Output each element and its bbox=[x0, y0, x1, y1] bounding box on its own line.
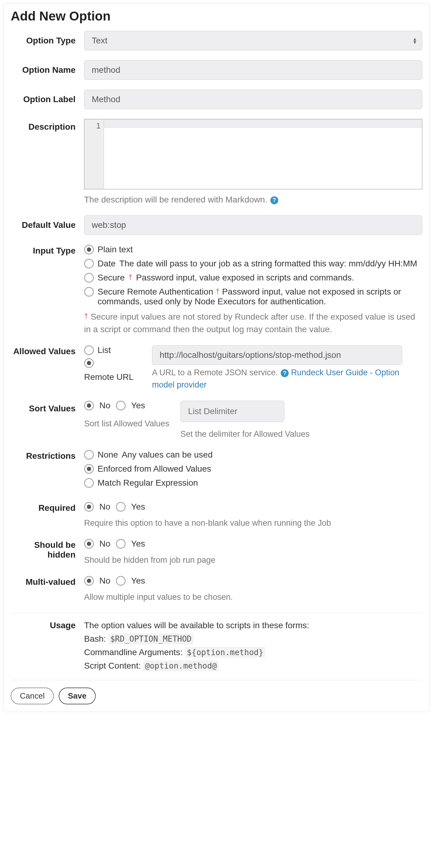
usage-script: Script Content: @option.method@ bbox=[84, 661, 422, 671]
label-hidden: Should be hidden bbox=[11, 539, 84, 560]
radio-plain-text[interactable] bbox=[84, 245, 94, 254]
label-usage: Usage bbox=[11, 621, 84, 630]
radio-sort-no[interactable] bbox=[84, 401, 94, 410]
radio-multi-no[interactable] bbox=[84, 576, 94, 586]
radio-label-secure-remote: Secure Remote Authentication bbox=[97, 287, 213, 297]
radio-remote-url[interactable] bbox=[84, 358, 94, 368]
radio-label-multi-no: No bbox=[99, 576, 111, 586]
sort-help: Sort list Allowed Values bbox=[84, 418, 169, 430]
multi-help: Allow multiple input values to be chosen… bbox=[84, 591, 422, 603]
radio-label-none: None bbox=[97, 450, 118, 460]
radio-label-remote: Remote URL bbox=[84, 372, 134, 383]
radio-secure-remote[interactable] bbox=[84, 287, 94, 297]
radio-desc-date: The date will pass to your job as a stri… bbox=[119, 259, 417, 269]
label-option-type: Option Type bbox=[11, 31, 84, 45]
question-icon[interactable]: ? bbox=[281, 369, 289, 377]
usage-bash: Bash: $RD_OPTION_METHOD bbox=[84, 634, 422, 644]
dagger-icon: † bbox=[216, 287, 220, 295]
hidden-help: Should be hidden from job run page bbox=[84, 554, 422, 566]
remote-url-input[interactable] bbox=[152, 345, 402, 365]
description-editor[interactable]: 1 bbox=[84, 119, 422, 189]
radio-hidden-no[interactable] bbox=[84, 539, 94, 549]
add-option-panel: Add New Option Option Type ▴▾ Option Nam… bbox=[3, 3, 430, 712]
radio-label-list: List bbox=[97, 345, 111, 355]
radio-restriction-enforced[interactable] bbox=[84, 464, 94, 474]
dagger-icon: † bbox=[128, 273, 132, 281]
radio-label-sort-no: No bbox=[99, 401, 111, 410]
radio-restriction-none[interactable] bbox=[84, 450, 94, 460]
default-value-input[interactable] bbox=[84, 215, 422, 235]
usage-bash-code: $RD_OPTION_METHOD bbox=[108, 633, 193, 644]
radio-restriction-regex[interactable] bbox=[84, 478, 94, 488]
save-button[interactable]: Save bbox=[59, 687, 96, 704]
radio-label-enforced: Enforced from Allowed Values bbox=[97, 464, 211, 474]
option-label-input[interactable] bbox=[84, 90, 422, 109]
label-input-type: Input Type bbox=[11, 245, 84, 256]
label-allowed-values: Allowed Values bbox=[11, 345, 84, 356]
input-type-note: † Secure input values are not stored by … bbox=[84, 311, 422, 336]
page-title: Add New Option bbox=[11, 9, 422, 24]
radio-required-yes[interactable] bbox=[116, 502, 126, 512]
radio-desc-secure: Password input, value exposed in scripts… bbox=[136, 273, 354, 283]
radio-label-plain: Plain text bbox=[97, 245, 133, 254]
radio-label-sort-yes: Yes bbox=[131, 401, 145, 410]
radio-required-no[interactable] bbox=[84, 502, 94, 512]
radio-label-regex: Match Regular Expression bbox=[97, 478, 198, 488]
usage-intro: The option values will be available to s… bbox=[84, 621, 422, 630]
usage-cmd-code: ${option.method} bbox=[185, 647, 265, 658]
radio-label-date: Date bbox=[97, 259, 116, 269]
radio-label-required-no: No bbox=[99, 502, 111, 512]
question-icon[interactable]: ? bbox=[270, 196, 278, 204]
cancel-button[interactable]: Cancel bbox=[11, 687, 54, 704]
label-option-label: Option Label bbox=[11, 90, 84, 104]
radio-label-multi-yes: Yes bbox=[131, 576, 145, 586]
label-restrictions: Restrictions bbox=[11, 450, 84, 461]
radio-sort-yes[interactable] bbox=[116, 401, 126, 410]
remote-url-help: A URL to a Remote JSON service. ? Rundec… bbox=[152, 367, 422, 391]
radio-label-hidden-yes: Yes bbox=[131, 539, 145, 549]
radio-label-hidden-no: No bbox=[99, 539, 111, 549]
option-name-input[interactable] bbox=[84, 60, 422, 80]
usage-script-code: @option.method@ bbox=[143, 660, 219, 671]
radio-label-secure: Secure bbox=[97, 273, 125, 283]
radio-list[interactable] bbox=[84, 345, 94, 355]
editor-gutter: 1 bbox=[84, 119, 104, 189]
radio-label-required-yes: Yes bbox=[131, 502, 145, 512]
delimiter-help: Set the delimiter for Allowed Values bbox=[180, 428, 310, 440]
label-required: Required bbox=[11, 502, 84, 513]
list-delimiter-input[interactable] bbox=[180, 401, 284, 422]
label-option-name: Option Name bbox=[11, 60, 84, 75]
radio-secure[interactable] bbox=[84, 273, 94, 283]
required-help: Require this option to have a non-blank … bbox=[84, 517, 422, 529]
separator bbox=[11, 613, 422, 613]
radio-hidden-yes[interactable] bbox=[116, 539, 126, 549]
label-default-value: Default Value bbox=[11, 215, 84, 230]
radio-multi-yes[interactable] bbox=[116, 576, 126, 586]
description-help: The description will be rendered with Ma… bbox=[84, 194, 422, 206]
usage-cmd: Commandline Arguments: ${option.method} bbox=[84, 648, 422, 657]
radio-date[interactable] bbox=[84, 259, 94, 269]
separator bbox=[11, 680, 422, 680]
radio-desc-none: Any values can be used bbox=[122, 450, 213, 460]
label-description: Description bbox=[11, 119, 84, 132]
option-type-select[interactable] bbox=[84, 31, 422, 51]
label-multi-valued: Multi-valued bbox=[11, 576, 84, 587]
label-sort-values: Sort Values bbox=[11, 401, 84, 413]
